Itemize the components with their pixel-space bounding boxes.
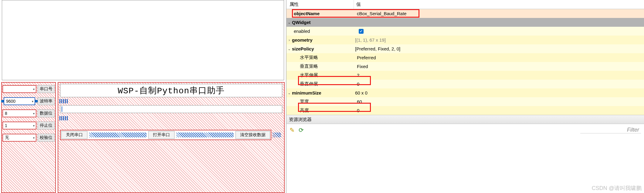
send-input[interactable] (60, 105, 282, 113)
prop-enabled-row[interactable]: enabled ✓ (286, 27, 644, 36)
prop-name: 垂直伸展 (300, 81, 355, 87)
prop-value: cBox_Serial_Baud_Rate (355, 11, 644, 16)
prop-sizepolicy-row[interactable]: ⌄ sizePolicy [Preferred, Fixed, 2, 0] (286, 44, 644, 53)
prop-name: 高度 (300, 108, 355, 113)
prop-vpolicy-row[interactable]: 垂直策略 Fixed (286, 62, 644, 71)
combo-parity[interactable]: 无 ▾ (2, 134, 36, 142)
prop-value: [Preferred, Fixed, 2, 0] (353, 46, 644, 51)
filter-input[interactable]: Filter (580, 127, 641, 133)
selection-handle-icon (35, 100, 38, 102)
chevron-down-icon: ⌄ (286, 47, 292, 51)
prop-hpolicy-row[interactable]: 水平策略 Preferred (286, 53, 644, 62)
close-port-button[interactable]: 关闭串口 (61, 131, 87, 139)
prop-height-row[interactable]: 高度 0 (286, 106, 644, 115)
vertical-spacer-icon (59, 99, 68, 103)
prop-value: 0 (355, 108, 644, 113)
combo-value: 9600 (6, 99, 15, 104)
horizontal-spacer-icon (89, 133, 147, 137)
prop-value: Fixed (355, 64, 644, 69)
chevron-right-icon: › (286, 38, 292, 42)
clear-recv-button[interactable]: 清空接收数据 (236, 131, 270, 139)
combo-stop-bits[interactable]: 1 ▾ (2, 122, 36, 129)
edit-icon[interactable]: ✎ (288, 126, 296, 134)
prop-name: QWidget (292, 20, 311, 25)
chevron-down-icon: ⌄ (286, 91, 292, 95)
prop-vstretch-row[interactable]: 垂直伸展 0 (286, 80, 644, 88)
horizontal-spacer-icon (176, 133, 234, 137)
prop-name: enabled (294, 29, 355, 34)
header-value: 值 (354, 0, 644, 9)
prop-geometry-row[interactable]: › geometry [(1, 1), 67 x 19] (286, 36, 644, 44)
prop-value: 60 x 0 (353, 90, 644, 95)
selection-handle-icon (1, 100, 4, 102)
chevron-down-icon: ▾ (33, 136, 35, 140)
prop-width-row[interactable]: 宽度 60 (286, 97, 644, 106)
chevron-down-icon: ▾ (33, 124, 35, 127)
prop-value: 0 (355, 81, 644, 87)
prop-name: sizePolicy (292, 46, 353, 51)
prop-name: 宽度 (300, 99, 355, 105)
label-serial-port: 串口号 (38, 85, 55, 93)
prop-name: 水平策略 (300, 55, 355, 60)
header-name: 属性 (286, 0, 354, 9)
horizontal-spacer-icon (273, 133, 281, 137)
prop-value: ✓ (355, 29, 644, 34)
prop-name: 水平伸展 (300, 72, 355, 78)
button-label: 清空接收数据 (240, 132, 266, 138)
prop-value: 2 (355, 73, 644, 78)
prop-minsize-row[interactable]: ⌄ minimumSize 60 x 0 (286, 88, 644, 97)
prop-name: objectName (294, 11, 355, 16)
filter-placeholder: Filter (627, 127, 639, 133)
prop-name: 垂直策略 (300, 64, 355, 69)
prop-objectname-row[interactable]: objectName cBox_Serial_Baud_Rate (286, 9, 644, 18)
prop-value: 60 (355, 99, 644, 104)
chevron-down-icon: ⌄ (286, 20, 292, 25)
combo-value: 无 (5, 135, 9, 140)
prop-name: geometry (292, 37, 353, 43)
prop-value: Preferred (355, 55, 644, 60)
label-stop-bits: 停止位 (38, 122, 55, 129)
button-hlayout: 关闭串口 打开串口 清空接收数据 (60, 130, 271, 140)
chevron-down-icon: ▾ (33, 112, 35, 115)
resource-toolbar: ✎ ⟳ Filter (286, 124, 644, 136)
resource-browser-title[interactable]: 资源浏览器 (286, 115, 644, 124)
text-cursor-icon (62, 106, 62, 112)
app-title-text: WSP-自制Python串口助手 (118, 85, 225, 96)
prop-hstretch-row[interactable]: 水平伸展 2 (286, 71, 644, 80)
label-data-bits: 数据位 (38, 109, 55, 117)
chevron-down-icon: ▾ (32, 100, 33, 103)
panel-title-text: 资源浏览器 (289, 117, 312, 122)
open-port-button[interactable]: 打开串口 (148, 131, 175, 139)
form-design-area[interactable]: ▾ 串口号 9600 ▾ 波特率 8 ▾ (0, 0, 286, 193)
label-parity: 校验位 (38, 134, 55, 142)
app-title-label: WSP-自制Python串口助手 (60, 84, 282, 97)
receive-text-area[interactable] (2, 0, 284, 80)
combo-baud-rate[interactable]: 9600 ▾ (4, 97, 35, 105)
combo-data-bits[interactable]: 8 ▾ (2, 109, 36, 117)
combo-value: 1 (5, 123, 7, 128)
prop-value: [(1, 1), 67 x 19] (353, 37, 644, 43)
serial-settings-layout: ▾ 串口号 9600 ▾ 波特率 8 ▾ (1, 82, 56, 193)
refresh-icon[interactable]: ⟳ (297, 126, 305, 134)
prop-qwidget-row[interactable]: ⌄ QWidget (286, 18, 644, 27)
button-label: 关闭串口 (66, 132, 83, 138)
button-label: 打开串口 (153, 132, 170, 138)
combo-serial-port[interactable]: ▾ (2, 85, 36, 93)
main-right-layout: WSP-自制Python串口助手 关闭串口 (58, 82, 285, 193)
vertical-spacer-icon (59, 116, 68, 120)
watermark-text: CSDN @请叫我啸鹏 (592, 184, 642, 192)
checkbox-checked-icon[interactable]: ✓ (359, 29, 364, 34)
prop-name: minimumSize (292, 90, 353, 95)
combo-value: 8 (5, 111, 7, 116)
property-header: 属性 值 (286, 0, 644, 9)
label-baud-rate: 波特率 (38, 97, 55, 105)
property-editor-panel: 属性 值 objectName cBox_Serial_Baud_Rate ⌄ … (286, 0, 644, 193)
chevron-down-icon: ▾ (33, 88, 35, 91)
